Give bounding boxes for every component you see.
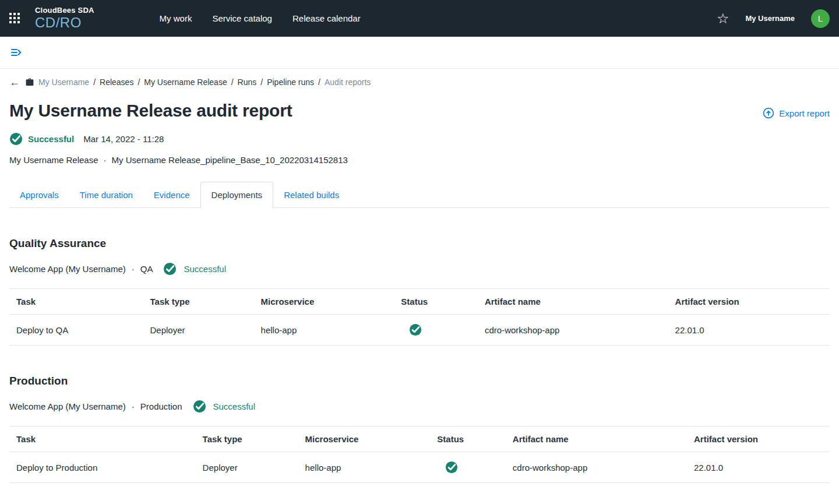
environment-status-label: Successful	[213, 401, 256, 411]
environment-name: QA	[140, 264, 153, 274]
section-quality-assurance: Quality Assurance Welcome App (My Userna…	[9, 237, 830, 346]
brand-logo[interactable]: CloudBees SDA CD/RO	[35, 6, 94, 31]
page-content: ← My Username / Releases / My Username R…	[0, 77, 839, 483]
title-row: My Username Release audit report Export …	[9, 101, 830, 121]
dot-separator: ·	[132, 264, 135, 274]
nav-service-catalog[interactable]: Service catalog	[212, 13, 272, 23]
export-report-label: Export report	[779, 108, 830, 118]
breadcrumb-separator: /	[93, 77, 96, 87]
tab-time-duration[interactable]: Time duration	[69, 182, 143, 207]
breadcrumb-item-runs[interactable]: Runs	[238, 77, 257, 87]
col-task: Task	[9, 289, 143, 315]
app-switcher-icon[interactable]	[9, 13, 21, 24]
user-avatar[interactable]: L	[811, 9, 830, 28]
breadcrumb-separator: /	[260, 77, 263, 87]
page-title: My Username Release audit report	[9, 101, 292, 121]
cell-microservice: hello-app	[298, 452, 431, 483]
breadcrumb-item-pipeline-runs[interactable]: Pipeline runs	[267, 77, 314, 87]
cell-task: Deploy to QA	[9, 315, 143, 346]
cell-artifact-version: 22.01.0	[668, 315, 830, 346]
run-status-row: Successful Mar 14, 2022 - 11:28	[9, 132, 830, 146]
back-arrow-icon[interactable]: ←	[9, 77, 20, 87]
cell-status	[394, 315, 478, 346]
breadcrumb-item-project[interactable]: My Username	[38, 77, 89, 87]
tab-deployments[interactable]: Deployments	[200, 182, 274, 208]
table-row: Deploy to QA Deployer hello-app cdro-wor…	[9, 315, 830, 346]
brand-product-abbrev: CD/RO	[35, 15, 94, 30]
favorites-star-icon[interactable]: ☆	[717, 12, 729, 26]
cell-artifact-name: cdro-workshop-app	[506, 452, 687, 483]
run-subtitle-row: My Username Release · My Username Releas…	[9, 155, 830, 165]
application-name: Welcome App (My Username)	[9, 401, 126, 411]
run-status-label: Successful	[28, 134, 74, 144]
environment-name: Production	[140, 401, 182, 411]
section-subline: Welcome App (My Username) · Production S…	[9, 400, 830, 413]
user-name-label: My Username	[745, 14, 795, 23]
pipeline-run-name: My Username Release_pipeline_Base_10_202…	[112, 155, 348, 165]
table-header-row: Task Task type Microservice Status Artif…	[9, 427, 830, 452]
report-tabs: Approvals Time duration Evidence Deploym…	[9, 182, 830, 208]
cell-task-type: Deployer	[143, 315, 254, 346]
cell-status	[430, 452, 506, 483]
section-heading: Production	[9, 375, 830, 387]
section-subline: Welcome App (My Username) · QA Successfu…	[9, 262, 830, 276]
project-briefcase-icon	[25, 77, 34, 87]
breadcrumb-separator: /	[318, 77, 320, 87]
col-artifact-name: Artifact name	[478, 289, 668, 315]
top-navbar: CloudBees SDA CD/RO My work Service cata…	[0, 0, 839, 37]
breadcrumb-item-release[interactable]: My Username Release	[144, 77, 227, 87]
col-status: Status	[430, 427, 506, 452]
nav-release-calendar[interactable]: Release calendar	[292, 13, 361, 23]
cell-task: Deploy to Production	[9, 452, 196, 483]
success-icon	[163, 262, 177, 276]
run-datetime: Mar 14, 2022 - 11:28	[83, 134, 164, 144]
success-icon	[193, 400, 206, 413]
release-name: My Username Release	[9, 155, 98, 165]
section-production: Production Welcome App (My Username) · P…	[9, 375, 830, 483]
breadcrumb-separator: /	[138, 77, 140, 87]
deployments-table-production: Task Task type Microservice Status Artif…	[9, 426, 830, 483]
tab-approvals[interactable]: Approvals	[9, 182, 69, 207]
cell-task-type: Deployer	[196, 452, 298, 483]
table-row: Deploy to Production Deployer hello-app …	[9, 452, 830, 483]
environment-status-label: Successful	[184, 264, 226, 274]
export-upload-icon	[763, 107, 774, 119]
dot-separator: ·	[104, 155, 107, 165]
topbar-right: ☆ My Username L	[717, 9, 830, 28]
expand-sidebar-icon[interactable]	[9, 45, 23, 59]
cell-artifact-version: 22.01.0	[687, 452, 830, 483]
success-icon	[409, 323, 422, 336]
col-microservice: Microservice	[254, 289, 394, 315]
cell-microservice: hello-app	[254, 315, 394, 346]
success-icon	[445, 461, 458, 474]
col-artifact-version: Artifact version	[687, 427, 830, 452]
col-task: Task	[9, 427, 196, 452]
breadcrumb: ← My Username / Releases / My Username R…	[9, 77, 830, 87]
tab-related-builds[interactable]: Related builds	[273, 182, 350, 207]
col-task-type: Task type	[143, 289, 254, 315]
cell-artifact-name: cdro-workshop-app	[478, 315, 668, 346]
secondary-toolbar	[0, 37, 839, 69]
dot-separator: ·	[132, 401, 135, 411]
export-report-button[interactable]: Export report	[763, 107, 830, 119]
col-artifact-version: Artifact version	[668, 289, 830, 315]
col-microservice: Microservice	[298, 427, 431, 452]
application-name: Welcome App (My Username)	[9, 264, 126, 274]
section-heading: Quality Assurance	[9, 237, 830, 250]
primary-nav: My work Service catalog Release calendar	[160, 13, 361, 23]
tab-evidence[interactable]: Evidence	[143, 182, 200, 207]
success-icon	[9, 132, 23, 146]
table-header-row: Task Task type Microservice Status Artif…	[9, 289, 830, 315]
breadcrumb-item-releases[interactable]: Releases	[100, 77, 133, 87]
breadcrumb-separator: /	[231, 77, 234, 87]
col-task-type: Task type	[196, 427, 298, 452]
nav-my-work[interactable]: My work	[160, 13, 192, 23]
brand-product-name: CloudBees SDA	[35, 6, 94, 15]
avatar-initial: L	[818, 13, 823, 23]
col-artifact-name: Artifact name	[506, 427, 687, 452]
deployments-table-qa: Task Task type Microservice Status Artif…	[9, 288, 830, 346]
breadcrumb-item-audit-reports: Audit reports	[325, 77, 371, 87]
col-status: Status	[394, 289, 478, 315]
